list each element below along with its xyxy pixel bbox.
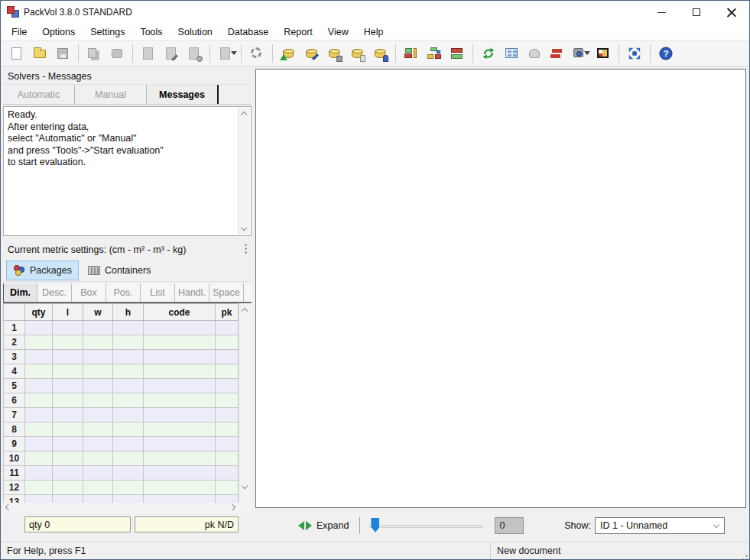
- database-delete-button[interactable]: [346, 43, 369, 64]
- show-container-dropdown[interactable]: ID 1 - Unnamed: [595, 517, 725, 534]
- cell-w[interactable]: [83, 379, 113, 393]
- cell-l[interactable]: [53, 364, 83, 379]
- column-header-l[interactable]: l: [53, 304, 83, 321]
- packages-table[interactable]: qtylwhcodepk 12345678910111213: [3, 303, 239, 510]
- menu-solution[interactable]: Solution: [170, 24, 220, 40]
- cell-code[interactable]: [144, 452, 216, 466]
- subtab-box[interactable]: Box: [72, 283, 106, 302]
- menu-file[interactable]: File: [4, 24, 34, 40]
- cell-pk[interactable]: [216, 452, 239, 466]
- scroll-up-icon[interactable]: [242, 308, 248, 314]
- cell-pk[interactable]: [216, 364, 239, 379]
- cell-w[interactable]: [83, 321, 113, 335]
- cell-pk[interactable]: [216, 422, 239, 437]
- scroll-down-icon[interactable]: [241, 225, 247, 231]
- row-number[interactable]: 4: [4, 364, 25, 379]
- menu-database[interactable]: Database: [220, 24, 277, 40]
- cell-qty[interactable]: [25, 481, 53, 495]
- cell-w[interactable]: [83, 408, 113, 422]
- table-view-button[interactable]: [500, 43, 523, 64]
- cell-w[interactable]: [83, 350, 113, 364]
- stacked-list-button[interactable]: [446, 43, 469, 64]
- cell-h[interactable]: [113, 335, 144, 350]
- cell-code[interactable]: [144, 422, 216, 437]
- cell-l[interactable]: [53, 437, 83, 452]
- pk-total-field[interactable]: pk N/D: [135, 516, 239, 532]
- refresh-document-button[interactable]: [137, 43, 160, 64]
- cell-w[interactable]: [83, 364, 113, 379]
- cell-l[interactable]: [53, 321, 83, 335]
- subtab-pos[interactable]: Pos.: [106, 283, 141, 302]
- cell-qty[interactable]: [25, 466, 53, 481]
- cell-code[interactable]: [144, 408, 216, 422]
- row-number[interactable]: 11: [4, 466, 25, 481]
- cell-w[interactable]: [83, 335, 113, 350]
- tab-automatic[interactable]: Automatic: [3, 85, 75, 104]
- cell-h[interactable]: [113, 452, 144, 466]
- cell-qty[interactable]: [25, 321, 53, 335]
- cell-code[interactable]: [144, 393, 216, 408]
- cell-qty[interactable]: [25, 393, 53, 408]
- row-number[interactable]: 1: [4, 321, 25, 335]
- cell-code[interactable]: [144, 481, 216, 495]
- cell-pk[interactable]: [216, 437, 239, 452]
- cell-l[interactable]: [53, 408, 83, 422]
- edit-document-button[interactable]: [160, 43, 183, 64]
- menu-options[interactable]: Options: [34, 24, 83, 40]
- duplicate-button[interactable]: [106, 43, 128, 64]
- menu-report[interactable]: Report: [276, 24, 320, 40]
- settings-button[interactable]: [245, 43, 268, 64]
- column-header-w[interactable]: w: [83, 304, 113, 321]
- pan-hand-button[interactable]: [523, 43, 546, 64]
- cell-l[interactable]: [53, 335, 83, 350]
- column-header-pk[interactable]: pk: [216, 304, 239, 321]
- cell-l[interactable]: [53, 422, 83, 437]
- export-document-button[interactable]: [214, 43, 237, 64]
- cell-h[interactable]: [113, 466, 144, 481]
- row-number[interactable]: 2: [4, 335, 25, 350]
- cell-pk[interactable]: [216, 466, 239, 481]
- cell-pk[interactable]: [216, 350, 239, 364]
- cell-h[interactable]: [113, 422, 144, 437]
- cell-pk[interactable]: [216, 321, 239, 335]
- cell-qty[interactable]: [25, 408, 53, 422]
- row-number[interactable]: 8: [4, 422, 25, 437]
- help-button[interactable]: ?: [654, 43, 677, 64]
- solution-block-button[interactable]: [546, 43, 569, 64]
- row-number[interactable]: 12: [4, 481, 25, 495]
- row-number[interactable]: 7: [4, 408, 25, 422]
- cell-code[interactable]: [144, 379, 216, 393]
- cell-w[interactable]: [83, 437, 113, 452]
- scroll-right-icon[interactable]: [229, 504, 235, 510]
- close-button[interactable]: [714, 1, 749, 24]
- row-number[interactable]: 5: [4, 379, 25, 393]
- cell-qty[interactable]: [25, 350, 53, 364]
- cell-code[interactable]: [144, 350, 216, 364]
- row-number[interactable]: 9: [4, 437, 25, 452]
- menu-view[interactable]: View: [320, 24, 356, 40]
- subtab-space[interactable]: Space: [209, 283, 244, 302]
- menu-settings[interactable]: Settings: [83, 24, 132, 40]
- column-header-qty[interactable]: qty: [25, 304, 53, 321]
- database-lock-button[interactable]: [369, 43, 391, 64]
- cell-w[interactable]: [83, 422, 113, 437]
- solution-viewport[interactable]: [255, 69, 746, 508]
- cell-w[interactable]: [83, 452, 113, 466]
- layout-grid-button[interactable]: [592, 43, 615, 64]
- resize-grip-icon[interactable]: [745, 555, 748, 557]
- subtab-dim[interactable]: Dim.: [3, 283, 37, 302]
- row-number[interactable]: 3: [4, 350, 25, 364]
- subtab-handl[interactable]: Handl.: [175, 283, 209, 302]
- minimize-button[interactable]: [644, 1, 679, 24]
- subtab-list[interactable]: List: [141, 283, 175, 302]
- database-edit-button[interactable]: [300, 43, 323, 64]
- cell-pk[interactable]: [216, 379, 239, 393]
- open-file-button[interactable]: [28, 43, 51, 64]
- column-header-h[interactable]: h: [113, 304, 144, 321]
- slider-thumb[interactable]: [371, 518, 379, 532]
- document-history-button[interactable]: [183, 43, 206, 64]
- cell-h[interactable]: [113, 379, 144, 393]
- pack-measure-button[interactable]: [400, 43, 423, 64]
- fullscreen-expand-button[interactable]: [623, 43, 646, 64]
- cell-w[interactable]: [83, 466, 113, 481]
